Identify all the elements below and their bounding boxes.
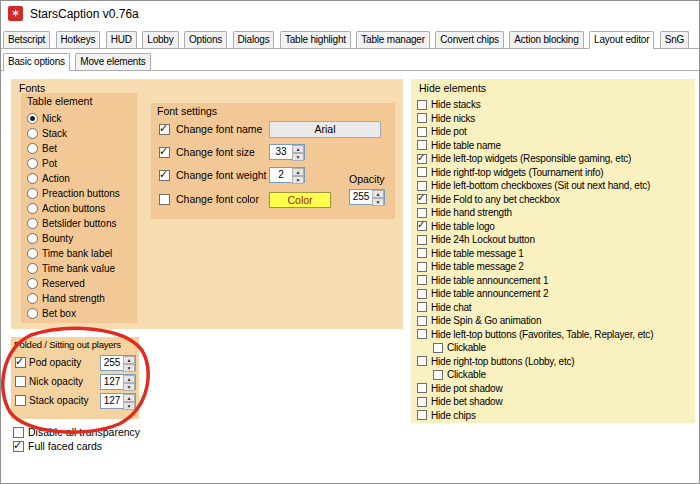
hide-element-checkbox[interactable] [417, 194, 427, 204]
hide-element-checkbox[interactable] [417, 127, 427, 137]
folded-row-up-button[interactable]: ▲ [123, 375, 135, 383]
hide-element-checkbox[interactable] [417, 100, 427, 110]
hide-element-checkbox[interactable] [417, 113, 427, 123]
hide-element-row[interactable]: Hide table message 2 [417, 260, 695, 274]
main-tab[interactable]: Betscript [3, 31, 50, 48]
folded-row-checkbox[interactable] [15, 376, 26, 387]
global-option-checkbox[interactable] [13, 427, 24, 438]
color-picker-button[interactable]: Color [269, 192, 331, 208]
change-font-color-checkbox[interactable] [159, 194, 170, 205]
folded-row-spinner[interactable]: 127 ▲▼ [100, 393, 136, 409]
table-element-option[interactable]: Stack [27, 126, 135, 141]
table-element-option[interactable]: Time bank label [27, 246, 135, 261]
hide-element-row[interactable]: Hide rightf-top widgets (Tournament info… [417, 166, 695, 180]
radio-button[interactable] [27, 173, 38, 184]
main-tab[interactable]: Table manager [356, 31, 430, 48]
hide-element-row[interactable]: Hide 24h Lockout button [417, 233, 695, 247]
font-weight-up-button[interactable]: ▲ [292, 168, 304, 176]
radio-button[interactable] [27, 158, 38, 169]
hide-element-row[interactable]: Hide table message 1 [417, 247, 695, 261]
hide-element-checkbox[interactable] [417, 154, 427, 164]
hide-element-checkbox[interactable] [417, 167, 427, 177]
main-tab[interactable]: SnG [660, 31, 689, 48]
table-element-option[interactable]: Action buttons [27, 201, 135, 216]
main-tab[interactable]: Lobby [142, 31, 178, 48]
radio-button[interactable] [27, 293, 38, 304]
hide-element-checkbox[interactable] [417, 316, 427, 326]
hide-element-row[interactable]: Hide Fold to any bet checkbox [417, 193, 695, 207]
hide-element-checkbox[interactable] [417, 329, 427, 339]
font-weight-spinner[interactable]: 2 ▲▼ [269, 167, 305, 183]
hide-element-row[interactable]: Hide left-top widgets (Responsible gamin… [417, 152, 695, 166]
hide-element-checkbox[interactable] [417, 383, 427, 393]
main-tab[interactable]: HUD [106, 31, 137, 48]
hide-element-checkbox[interactable] [417, 140, 427, 150]
hide-element-row[interactable]: Hide chat [417, 301, 695, 315]
hide-element-checkbox[interactable] [417, 397, 427, 407]
table-element-option[interactable]: Betslider buttons [27, 216, 135, 231]
hide-element-checkbox[interactable] [417, 275, 427, 285]
main-tab[interactable]: Options [184, 31, 227, 48]
hide-element-checkbox[interactable] [417, 289, 427, 299]
hide-element-checkbox[interactable] [417, 208, 427, 218]
hide-element-checkbox[interactable] [417, 262, 427, 272]
opacity-value[interactable]: 255 [350, 190, 372, 204]
hide-element-checkbox[interactable] [417, 181, 427, 191]
main-tab[interactable]: Dialogs [233, 31, 275, 48]
hide-element-row[interactable]: Hide right-top buttons (Lobby, etc) [417, 355, 695, 369]
table-element-option[interactable]: Hand strength [27, 291, 135, 306]
hide-element-row[interactable]: Clickable [433, 368, 695, 382]
folded-row-value[interactable]: 255 [101, 356, 123, 370]
folded-row-down-button[interactable]: ▼ [123, 383, 135, 391]
hide-element-row[interactable]: Hide hand strength [417, 206, 695, 220]
folded-row-up-button[interactable]: ▲ [123, 356, 135, 364]
table-element-option[interactable]: Bet box [27, 306, 135, 321]
hide-element-row[interactable]: Hide chips [417, 409, 695, 423]
sub-tab[interactable]: Basic options [3, 53, 70, 71]
font-name-button[interactable]: Arial [269, 121, 381, 138]
folded-row-checkbox[interactable] [15, 357, 26, 368]
change-font-size-checkbox[interactable] [159, 147, 170, 158]
radio-button[interactable] [27, 128, 38, 139]
hide-element-row[interactable]: Hide stacks [417, 98, 695, 112]
main-tab[interactable]: Hotkeys [56, 31, 101, 48]
folded-row-spinner[interactable]: 127 ▲▼ [100, 374, 136, 390]
table-element-option[interactable]: Pot [27, 156, 135, 171]
folded-row-value[interactable]: 127 [101, 375, 123, 389]
table-element-option[interactable]: Action [27, 171, 135, 186]
hide-element-checkbox[interactable] [417, 302, 427, 312]
sub-tab[interactable]: Move elements [75, 53, 150, 70]
radio-button[interactable] [27, 278, 38, 289]
change-font-weight-checkbox[interactable] [159, 170, 170, 181]
global-option-row[interactable]: Disable all transparency [13, 425, 140, 439]
hide-element-row[interactable]: Hide Spin & Go animation [417, 314, 695, 328]
hide-element-row[interactable]: Hide left-top buttons (Favorites, Table,… [417, 328, 695, 342]
folded-row-up-button[interactable]: ▲ [123, 394, 135, 402]
folded-row-spinner[interactable]: 255 ▲▼ [100, 355, 136, 371]
radio-button[interactable] [27, 218, 38, 229]
hide-element-row[interactable]: Hide left-bottom checkboxes (Sit out nex… [417, 179, 695, 193]
table-element-option[interactable]: Nick [27, 111, 135, 126]
folded-row-down-button[interactable]: ▼ [123, 402, 135, 410]
hide-element-checkbox[interactable] [417, 235, 427, 245]
hide-element-row[interactable]: Hide table announcement 1 [417, 274, 695, 288]
folded-row-value[interactable]: 127 [101, 394, 123, 408]
hide-element-checkbox[interactable] [433, 370, 443, 380]
main-tab[interactable]: Layout editor [589, 31, 654, 49]
main-tab[interactable]: Table highlight [280, 31, 351, 48]
font-size-down-button[interactable]: ▼ [292, 153, 304, 161]
global-option-row[interactable]: Full faced cards [13, 439, 140, 453]
font-weight-value[interactable]: 2 [270, 168, 292, 182]
global-option-checkbox[interactable] [13, 441, 24, 452]
hide-element-checkbox[interactable] [417, 410, 427, 420]
main-tab[interactable]: Convert chips [435, 31, 504, 48]
radio-button[interactable] [27, 143, 38, 154]
hide-element-row[interactable]: Hide nicks [417, 112, 695, 126]
hide-element-row[interactable]: Hide pot [417, 125, 695, 139]
table-element-option[interactable]: Time bank value [27, 261, 135, 276]
radio-button[interactable] [27, 248, 38, 259]
font-weight-down-button[interactable]: ▼ [292, 176, 304, 184]
hide-element-checkbox[interactable] [417, 356, 427, 366]
table-element-option[interactable]: Bounty [27, 231, 135, 246]
font-size-spinner[interactable]: 33 ▲▼ [269, 144, 305, 160]
